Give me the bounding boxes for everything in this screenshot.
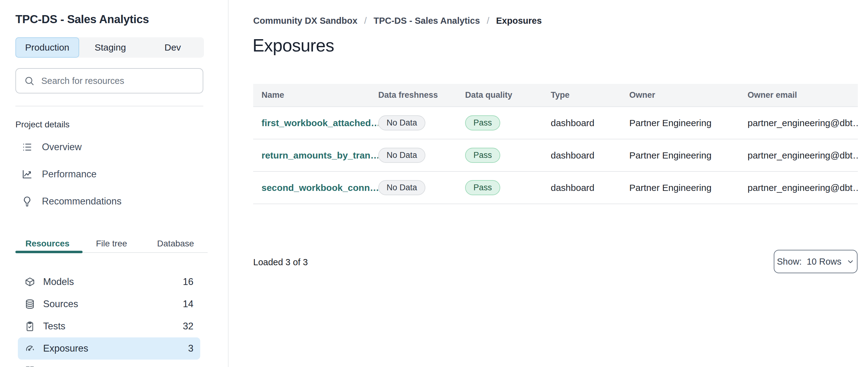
column-header-owner-email: Owner email xyxy=(748,90,858,100)
project-details-label: Project details xyxy=(16,120,70,130)
column-header-name: Name xyxy=(253,90,378,100)
breadcrumb-separator: / xyxy=(364,16,367,26)
table-row: return_amounts_by_tran… No Data Pass das… xyxy=(253,139,858,172)
app-window: TPC-DS - Sales Analytics Production Stag… xyxy=(0,0,868,367)
sidebar-item-models[interactable]: Models 16 xyxy=(18,271,200,293)
resource-list: Models 16 Sources 14 xyxy=(18,271,200,367)
owner-cell: Partner Engineering xyxy=(629,182,748,193)
breadcrumb-project[interactable]: TPC-DS - Sales Analytics xyxy=(374,16,480,26)
breadcrumb-account[interactable]: Community DX Sandbox xyxy=(253,16,357,26)
sidebar-item-partial[interactable] xyxy=(18,360,200,367)
exposure-link[interactable]: second_workbook_conn… xyxy=(261,182,378,193)
sidebar-item-performance[interactable]: Performance xyxy=(16,161,203,188)
clipboard-check-icon xyxy=(25,321,35,332)
env-tab-dev[interactable]: Dev xyxy=(142,37,204,58)
resource-count: 32 xyxy=(183,321,193,332)
freshness-badge: No Data xyxy=(378,115,425,131)
resource-count: 16 xyxy=(183,276,193,287)
owner-cell: Partner Engineering xyxy=(629,118,748,128)
freshness-badge: No Data xyxy=(378,180,425,195)
sidebar-tabbar: Resources File tree Database xyxy=(16,237,208,258)
project-nav: Overview Performance Recommendations xyxy=(16,134,203,215)
tabbar-active-indicator xyxy=(16,251,83,253)
environment-switcher: Production Staging Dev xyxy=(16,37,204,58)
exposure-link[interactable]: return_amounts_by_tran… xyxy=(261,150,378,160)
resource-label: Sources xyxy=(43,299,78,310)
exposures-table: Name Data freshness Data quality Type Ow… xyxy=(253,84,858,204)
sidebar-divider xyxy=(228,0,228,367)
gauge-icon xyxy=(25,343,35,354)
env-tab-production[interactable]: Production xyxy=(16,37,79,58)
search-input[interactable] xyxy=(41,76,195,86)
breadcrumb-current: Exposures xyxy=(496,16,541,26)
tab-resources[interactable]: Resources xyxy=(16,237,80,258)
tab-database[interactable]: Database xyxy=(144,237,208,258)
rows-per-page-dropdown[interactable]: Show: 10 Rows xyxy=(774,250,858,273)
lightbulb-icon xyxy=(22,196,33,207)
table-row: second_workbook_conn… No Data Pass dashb… xyxy=(253,172,858,204)
sidebar-item-label: Overview xyxy=(42,142,82,153)
env-tab-staging[interactable]: Staging xyxy=(79,37,142,58)
cube-icon xyxy=(25,277,35,287)
grid-icon xyxy=(25,365,35,367)
table-header-row: Name Data freshness Data quality Type Ow… xyxy=(253,84,858,107)
owner-email-cell: partner_engineering@dbt… xyxy=(748,150,858,161)
tab-file-tree[interactable]: File tree xyxy=(80,237,144,258)
type-cell: dashboard xyxy=(551,150,629,161)
resource-count: 14 xyxy=(183,299,193,310)
loaded-status: Loaded 3 of 3 xyxy=(253,257,308,267)
column-header-quality: Data quality xyxy=(465,90,551,100)
sidebar-item-label: Performance xyxy=(42,169,96,180)
quality-badge: Pass xyxy=(465,148,500,163)
sidebar-item-tests[interactable]: Tests 32 xyxy=(18,315,200,337)
list-icon xyxy=(22,142,33,153)
database-icon xyxy=(25,299,35,309)
sidebar-item-sources[interactable]: Sources 14 xyxy=(18,293,200,315)
sidebar-item-overview[interactable]: Overview xyxy=(16,134,203,161)
column-header-freshness: Data freshness xyxy=(378,90,465,100)
page-title: Exposures xyxy=(253,35,334,56)
sidebar-item-label: Recommendations xyxy=(42,196,121,207)
owner-email-cell: partner_engineering@dbt… xyxy=(748,182,858,193)
exposure-link[interactable]: first_workbook_attached… xyxy=(261,118,378,128)
owner-email-cell: partner_engineering@dbt… xyxy=(748,118,858,128)
resource-label: Tests xyxy=(43,321,65,332)
sidebar-item-recommendations[interactable]: Recommendations xyxy=(16,188,203,215)
quality-badge: Pass xyxy=(465,180,500,195)
show-label: Show: xyxy=(777,257,802,267)
column-header-type: Type xyxy=(551,90,629,100)
type-cell: dashboard xyxy=(551,182,629,193)
show-value: 10 Rows xyxy=(807,257,841,267)
search-icon xyxy=(24,76,34,86)
sidebar-item-exposures[interactable]: Exposures 3 xyxy=(18,337,200,360)
resource-count: 3 xyxy=(188,343,193,354)
sidebar-section-divider xyxy=(16,106,203,106)
chevron-down-icon xyxy=(846,257,855,265)
breadcrumb-separator: / xyxy=(487,16,489,26)
resource-label: Models xyxy=(43,276,74,287)
line-chart-icon xyxy=(22,169,33,180)
project-title: TPC-DS - Sales Analytics xyxy=(16,13,149,26)
type-cell: dashboard xyxy=(551,118,629,128)
column-header-owner: Owner xyxy=(629,90,748,100)
owner-cell: Partner Engineering xyxy=(629,150,748,161)
breadcrumb: Community DX Sandbox / TPC-DS - Sales An… xyxy=(253,16,542,26)
table-row: first_workbook_attached… No Data Pass da… xyxy=(253,107,858,139)
resource-label: Exposures xyxy=(43,343,88,354)
quality-badge: Pass xyxy=(465,115,500,131)
freshness-badge: No Data xyxy=(378,148,425,163)
resource-search xyxy=(16,68,203,93)
